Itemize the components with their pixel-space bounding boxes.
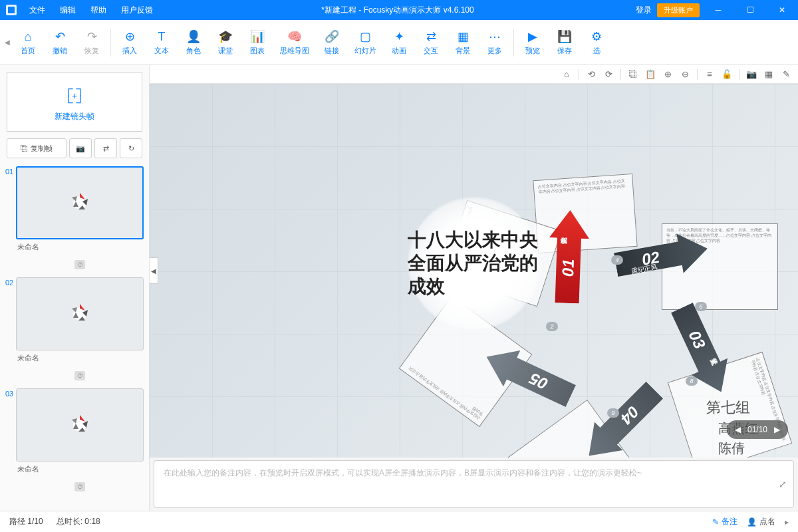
- menu-file[interactable]: 文件: [23, 2, 52, 19]
- nav-next-icon[interactable]: ▶: [774, 425, 780, 434]
- statusbar: 路径 1/10 总时长: 0:18 ✎备注 👤点名 ▸: [0, 511, 798, 532]
- save-icon: 💾: [557, 29, 573, 45]
- login-link[interactable]: 登录: [636, 5, 652, 16]
- toolbar-interact-button[interactable]: ⇄交互: [415, 24, 447, 61]
- thumbnail-list: 01未命名⏱02未命名⏱03未命名⏱: [0, 164, 149, 511]
- frame-marker[interactable]: 2: [546, 322, 558, 331]
- check-icon: ✎: [712, 517, 719, 527]
- class-icon: 🎓: [217, 29, 233, 45]
- toolbar-insert-button[interactable]: ⊕插入: [114, 24, 146, 61]
- opt-icon: ⚙: [589, 29, 604, 45]
- frame-marker[interactable]: 8: [686, 376, 698, 386]
- collapse-sidebar-button[interactable]: ◀: [150, 257, 158, 284]
- nav-prev-icon[interactable]: ◀: [735, 425, 741, 434]
- svg-rect-1: [8, 7, 15, 13]
- canvas[interactable]: ◀ 占位文字内容 占位文字内容 占位文字内容 占位文字内容 占位文字内容 占位文…: [150, 84, 798, 458]
- more-icon: ⋯: [487, 29, 503, 45]
- frame-marker[interactable]: 6: [695, 302, 707, 311]
- canvas-area: ⌂ ⟲ ⟳ ⿻ 📋 ⊕ ⊖ ≡ 🔓 📷 ▦ ✎ ◀ 占位文字内容 占位文字内容 …: [150, 65, 798, 511]
- status-notes-button[interactable]: ✎备注: [712, 516, 737, 527]
- lock-icon[interactable]: 🔓: [722, 69, 732, 80]
- menu-bar: 文件 编辑 帮助 用户反馈: [23, 2, 160, 19]
- toolbar-undo-button[interactable]: ↶撤销: [44, 24, 76, 61]
- thumb-number: 01: [3, 166, 16, 272]
- plus-icon: ┌ ┐+└ ┘: [65, 82, 85, 110]
- toolbar-class-button[interactable]: 🎓课堂: [209, 24, 241, 61]
- refresh-button[interactable]: ↻: [120, 138, 142, 158]
- thumbnail[interactable]: 01未命名⏱: [3, 166, 144, 272]
- toolbar-text-button[interactable]: T文本: [146, 24, 178, 61]
- nav-counter: 01/10: [747, 425, 767, 434]
- thumbnail[interactable]: 03未命名⏱: [3, 388, 144, 494]
- toolbar-scroll-left[interactable]: ◀: [3, 20, 12, 65]
- notes-panel[interactable]: 在此处输入您的备注内容，在预览时开启双屏模式，可以实现A屏全屏播放演示内容，B屏…: [154, 460, 794, 508]
- zoom-out-icon[interactable]: ⊖: [680, 69, 690, 80]
- toolbar-separator: [513, 29, 514, 57]
- insert-icon: ⊕: [122, 29, 138, 45]
- preview-icon: ▶: [525, 29, 541, 45]
- copy-icon: ⿻: [21, 144, 28, 152]
- edit-icon[interactable]: ✎: [781, 69, 791, 80]
- upgrade-button[interactable]: 升级账户: [657, 3, 700, 17]
- layers-icon[interactable]: ▦: [763, 69, 774, 80]
- toolbar-preview-button[interactable]: ▶预览: [517, 24, 549, 61]
- toolbar-mind-button[interactable]: 🧠思维导图: [273, 24, 316, 61]
- toolbar-slide-button[interactable]: ▢幻灯片: [348, 24, 383, 61]
- app-logo-icon: [4, 3, 19, 17]
- camera-button[interactable]: 📷: [69, 138, 92, 158]
- role-icon: 👤: [186, 29, 201, 45]
- swap-icon: ⇄: [103, 144, 109, 153]
- new-frame-button[interactable]: ┌ ┐+└ ┘ 新建镜头帧: [7, 72, 142, 132]
- copy-frame-button[interactable]: ⿻复制帧: [7, 138, 66, 158]
- slide-nav: ◀ 01/10 ▶: [727, 420, 788, 439]
- copy-icon[interactable]: ⿻: [628, 69, 638, 80]
- toolbar-anim-button[interactable]: ✦动画: [383, 24, 415, 61]
- arrow-shape-1[interactable]: 01铁腕治贪: [547, 209, 591, 304]
- chevron-right-icon[interactable]: ▸: [785, 517, 789, 527]
- thumb-number: 02: [3, 277, 16, 383]
- toolbar-chart-button[interactable]: 📊图表: [241, 24, 273, 61]
- status-path: 路径 1/10: [9, 516, 43, 527]
- toolbar-bg-button[interactable]: ▦背景: [447, 24, 479, 61]
- toolbar-opt-button[interactable]: ⚙选: [581, 24, 612, 61]
- toolbar-role-button[interactable]: 👤角色: [178, 24, 209, 61]
- redo-icon: ↷: [84, 29, 100, 45]
- notes-placeholder: 在此处输入您的备注内容，在预览时开启双屏模式，可以实现A屏全屏播放演示内容，B屏…: [164, 468, 642, 477]
- nav-fwd-icon[interactable]: ⟳: [603, 69, 614, 80]
- menu-edit[interactable]: 编辑: [53, 2, 82, 19]
- new-frame-label: 新建镜头帧: [55, 111, 94, 122]
- refresh-icon: ↻: [128, 144, 134, 153]
- home-icon[interactable]: ⌂: [561, 69, 572, 80]
- align-icon[interactable]: ≡: [704, 69, 715, 80]
- maximize-button[interactable]: ☐: [737, 0, 763, 20]
- close-button[interactable]: ✕: [769, 0, 795, 20]
- frame-marker[interactable]: 9: [607, 408, 619, 418]
- zoom-in-icon[interactable]: ⊕: [662, 69, 673, 80]
- thumb-name: 未命名: [16, 239, 144, 255]
- link-icon: 🔗: [324, 29, 340, 45]
- toolbar-home-button[interactable]: ⌂首页: [12, 24, 44, 61]
- person-icon: 👤: [747, 517, 757, 527]
- status-call-button[interactable]: 👤点名: [747, 516, 775, 527]
- swap-button[interactable]: ⇄: [94, 138, 117, 158]
- menu-feedback[interactable]: 用户反馈: [114, 2, 160, 19]
- snapshot-icon[interactable]: 📷: [746, 69, 757, 80]
- camera-icon: 📷: [76, 144, 85, 153]
- toolbar-redo-button[interactable]: ↷恢复: [76, 24, 108, 61]
- toolbar-save-button[interactable]: 💾保存: [549, 24, 581, 61]
- canvas-toolbar: ⌂ ⟲ ⟳ ⿻ 📋 ⊕ ⊖ ≡ 🔓 📷 ▦ ✎: [150, 65, 798, 84]
- menu-help[interactable]: 帮助: [84, 2, 113, 19]
- expand-icon[interactable]: ⤢: [779, 479, 787, 489]
- toolbar-scroll-right[interactable]: [786, 20, 795, 65]
- minimize-button[interactable]: ─: [705, 0, 732, 20]
- home-icon: ⌂: [20, 29, 36, 45]
- anim-icon: ✦: [391, 29, 407, 45]
- nav-back-icon[interactable]: ⟲: [586, 69, 597, 80]
- center-title[interactable]: 十八大以来中央全面从严治党的成效: [408, 197, 541, 330]
- text-icon: T: [154, 29, 170, 45]
- toolbar-more-button[interactable]: ⋯更多: [479, 24, 511, 61]
- toolbar-link-button[interactable]: 🔗链接: [316, 24, 348, 61]
- frame-marker[interactable]: 4: [611, 255, 623, 265]
- thumbnail[interactable]: 02未命名⏱: [3, 277, 144, 383]
- paste-icon[interactable]: 📋: [645, 69, 656, 80]
